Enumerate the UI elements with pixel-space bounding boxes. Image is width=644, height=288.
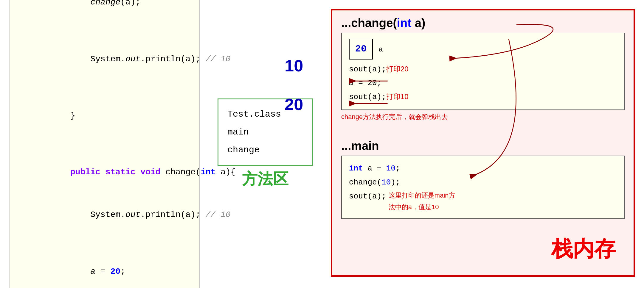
- num-label-10: 10: [285, 56, 303, 75]
- method-item-main: main: [227, 123, 303, 141]
- assign-line: a = 20;: [349, 76, 617, 90]
- sout-line-2: sout(a);打印10: [349, 90, 617, 104]
- num-label-20: 20: [285, 95, 303, 114]
- code-line-blank4: [20, 137, 188, 151]
- var-row: 20 a: [349, 39, 617, 60]
- main-line-3: sout(a); 这里打印的还是main方法中的a，值是10: [349, 190, 617, 213]
- stack-area-label: 栈内存: [551, 235, 616, 263]
- code-line-9: a = 20;: [20, 250, 188, 288]
- code-line-7: public static void change(int a){: [20, 151, 188, 194]
- change-frame-box: 20 a sout(a);打印20 a = 20; sout(a);打印10: [341, 33, 625, 110]
- method-area-label: 方法区: [242, 169, 288, 190]
- main-frame-section: ...main int a = 10; change(10); sout(a);…: [341, 139, 625, 219]
- main-line-1: int a = 10;: [349, 162, 617, 176]
- code-line-4: change(a);: [20, 0, 188, 24]
- main-frame-box: int a = 10; change(10); sout(a); 这里打印的还是…: [341, 156, 625, 219]
- sout-line-1: sout(a);打印20: [349, 62, 617, 76]
- code-line-blank5: [20, 236, 188, 250]
- main-container: public class Test { public static void m…: [0, 0, 644, 288]
- var-label-a: a: [379, 46, 383, 54]
- stack-area: ...change(int a) 20 a sout(a);打印20 a = 2…: [331, 9, 635, 277]
- code-line-blank2: [20, 24, 188, 38]
- code-line-8: System.out.println(a); // 10: [20, 194, 188, 236]
- main-line-2: change(10);: [349, 176, 617, 190]
- code-line-6: }: [20, 94, 188, 137]
- change-frame-section: ...change(int a) 20 a sout(a);打印20 a = 2…: [341, 16, 625, 121]
- main-frame-title: ...main: [341, 139, 625, 153]
- code-panel: public class Test { public static void m…: [9, 0, 200, 288]
- code-line-5: System.out.println(a); // 10: [20, 38, 188, 80]
- change-frame-title: ...change(int a): [341, 16, 625, 30]
- change-done-note: change方法执行完后，就会弹栈出去: [341, 112, 625, 121]
- var-value-box: 20: [349, 39, 373, 60]
- method-item-change: change: [227, 141, 303, 159]
- stack-inner: ...change(int a) 20 a sout(a);打印20 a = 2…: [341, 16, 625, 269]
- code-line-blank3: [20, 80, 188, 95]
